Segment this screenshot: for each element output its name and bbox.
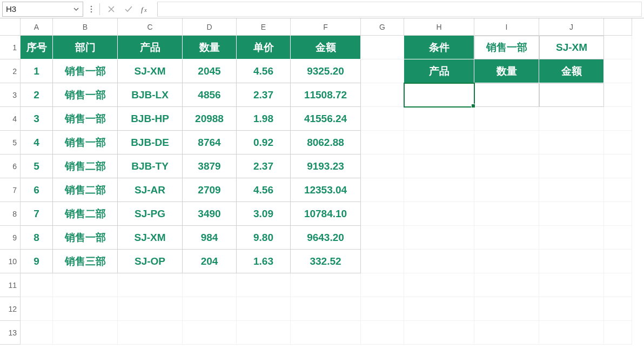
cell-J6[interactable] xyxy=(539,155,604,178)
cell-J5[interactable] xyxy=(539,131,604,155)
cell-K13[interactable] xyxy=(604,321,632,345)
cell-K11[interactable] xyxy=(604,273,632,297)
cell-A5[interactable]: 4 xyxy=(21,131,53,155)
cell-D4[interactable]: 20988 xyxy=(183,107,237,131)
row-hdr-5[interactable]: 5 xyxy=(0,131,21,155)
cell-J3[interactable] xyxy=(539,83,604,107)
cell-G1[interactable] xyxy=(361,36,404,59)
cell-B13[interactable] xyxy=(53,321,118,345)
cell-I8[interactable] xyxy=(474,202,539,226)
cell-K10[interactable] xyxy=(604,250,632,273)
cell-C1[interactable]: 产品 xyxy=(118,36,183,59)
cell-H12[interactable] xyxy=(404,297,474,321)
cell-A9[interactable]: 8 xyxy=(21,226,53,250)
cell-I4[interactable] xyxy=(474,107,539,131)
cell-F6[interactable]: 9193.23 xyxy=(291,155,361,178)
cell-K6[interactable] xyxy=(604,155,632,178)
row-hdr-11[interactable]: 11 xyxy=(0,273,21,297)
spreadsheet-grid[interactable]: A B C D E F G H I J 1 序号 部门 产品 数量 单价 金额 … xyxy=(0,18,644,345)
row-hdr-1[interactable]: 1 xyxy=(0,36,21,59)
cell-E8[interactable]: 3.09 xyxy=(237,202,291,226)
cell-B2[interactable]: 销售一部 xyxy=(53,59,118,83)
cell-G4[interactable] xyxy=(361,107,404,131)
cell-C3[interactable]: BJB-LX xyxy=(118,83,183,107)
cell-D11[interactable] xyxy=(183,273,237,297)
cell-E5[interactable]: 0.92 xyxy=(237,131,291,155)
cell-I5[interactable] xyxy=(474,131,539,155)
row-hdr-3[interactable]: 3 xyxy=(0,83,21,107)
cell-I6[interactable] xyxy=(474,155,539,178)
cell-I10[interactable] xyxy=(474,250,539,273)
cell-E6[interactable]: 2.37 xyxy=(237,155,291,178)
cell-F1[interactable]: 金额 xyxy=(291,36,361,59)
cell-B4[interactable]: 销售一部 xyxy=(53,107,118,131)
cell-C6[interactable]: BJB-TY xyxy=(118,155,183,178)
cell-D5[interactable]: 8764 xyxy=(183,131,237,155)
select-all-corner[interactable] xyxy=(0,18,21,36)
cell-F3[interactable]: 11508.72 xyxy=(291,83,361,107)
fx-icon[interactable]: f x xyxy=(141,4,151,14)
cell-E7[interactable]: 4.56 xyxy=(237,178,291,202)
cell-G13[interactable] xyxy=(361,321,404,345)
cell-B6[interactable]: 销售二部 xyxy=(53,155,118,178)
cell-D10[interactable]: 204 xyxy=(183,250,237,273)
cell-E13[interactable] xyxy=(237,321,291,345)
cell-H2[interactable]: 产品 xyxy=(404,59,474,83)
cell-E12[interactable] xyxy=(237,297,291,321)
cell-J1[interactable]: SJ-XM xyxy=(539,36,604,59)
cell-C5[interactable]: BJB-DE xyxy=(118,131,183,155)
col-hdr-C[interactable]: C xyxy=(118,18,183,36)
cell-A4[interactable]: 3 xyxy=(21,107,53,131)
row-hdr-8[interactable]: 8 xyxy=(0,202,21,226)
cell-C9[interactable]: SJ-XM xyxy=(118,226,183,250)
cell-G7[interactable] xyxy=(361,178,404,202)
cell-C10[interactable]: SJ-OP xyxy=(118,250,183,273)
cell-H5[interactable] xyxy=(404,131,474,155)
cell-D6[interactable]: 3879 xyxy=(183,155,237,178)
cell-J4[interactable] xyxy=(539,107,604,131)
cell-H3[interactable] xyxy=(404,83,474,107)
cell-G3[interactable] xyxy=(361,83,404,107)
cell-I2[interactable]: 数量 xyxy=(474,59,539,83)
cell-B12[interactable] xyxy=(53,297,118,321)
cell-A2[interactable]: 1 xyxy=(21,59,53,83)
cell-J8[interactable] xyxy=(539,202,604,226)
col-hdr-D[interactable]: D xyxy=(183,18,237,36)
cell-A3[interactable]: 2 xyxy=(21,83,53,107)
col-hdr-F[interactable]: F xyxy=(291,18,361,36)
col-hdr-J[interactable]: J xyxy=(539,18,604,36)
row-hdr-9[interactable]: 9 xyxy=(0,226,21,250)
cell-F2[interactable]: 9325.20 xyxy=(291,59,361,83)
cell-A12[interactable] xyxy=(21,297,53,321)
cell-C13[interactable] xyxy=(118,321,183,345)
cell-F10[interactable]: 332.52 xyxy=(291,250,361,273)
cell-I9[interactable] xyxy=(474,226,539,250)
cell-G8[interactable] xyxy=(361,202,404,226)
cell-K9[interactable] xyxy=(604,226,632,250)
cell-K8[interactable] xyxy=(604,202,632,226)
row-hdr-7[interactable]: 7 xyxy=(0,178,21,202)
cell-K1[interactable] xyxy=(604,36,632,59)
col-hdr-B[interactable]: B xyxy=(53,18,118,36)
cell-K7[interactable] xyxy=(604,178,632,202)
cell-B11[interactable] xyxy=(53,273,118,297)
cell-H6[interactable] xyxy=(404,155,474,178)
cell-D1[interactable]: 数量 xyxy=(183,36,237,59)
formula-input[interactable] xyxy=(157,2,642,17)
cell-A1[interactable]: 序号 xyxy=(21,36,53,59)
cell-I11[interactable] xyxy=(474,273,539,297)
row-hdr-4[interactable]: 4 xyxy=(0,107,21,131)
cell-H10[interactable] xyxy=(404,250,474,273)
cell-J7[interactable] xyxy=(539,178,604,202)
cell-F12[interactable] xyxy=(291,297,361,321)
cell-I13[interactable] xyxy=(474,321,539,345)
cell-A13[interactable] xyxy=(21,321,53,345)
cell-G5[interactable] xyxy=(361,131,404,155)
cell-B9[interactable]: 销售一部 xyxy=(53,226,118,250)
cell-A10[interactable]: 9 xyxy=(21,250,53,273)
cell-C12[interactable] xyxy=(118,297,183,321)
cell-C11[interactable] xyxy=(118,273,183,297)
cell-E2[interactable]: 4.56 xyxy=(237,59,291,83)
cell-F11[interactable] xyxy=(291,273,361,297)
cell-A8[interactable]: 7 xyxy=(21,202,53,226)
